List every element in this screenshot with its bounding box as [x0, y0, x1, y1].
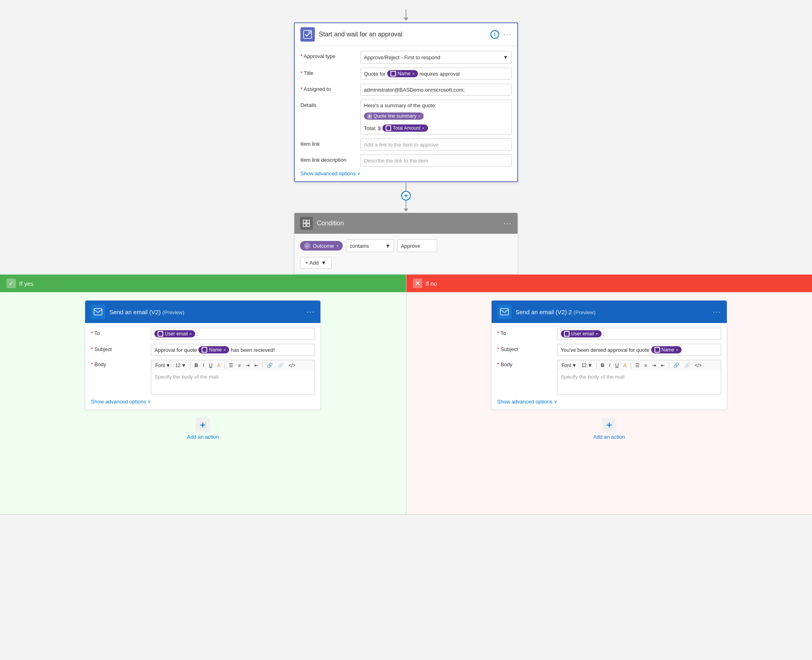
code-button[interactable]: </> [287, 362, 297, 369]
condition-menu-button[interactable]: ··· [504, 219, 512, 228]
ul-button[interactable]: ☰ [227, 362, 235, 369]
no-show-advanced[interactable]: Show advanced options ∨ [497, 399, 721, 405]
no-body-label: Body [497, 360, 553, 367]
no-toolbar-sep-1 [596, 362, 597, 369]
yes-subject-input[interactable]: Approval for quote Name × has been recie… [151, 344, 315, 356]
link-button[interactable]: 🔗 [265, 362, 274, 369]
details-total-token: Total Amount × [382, 124, 428, 132]
email-yes-body: To User email × ; [85, 323, 320, 409]
branch-yes-content: Send an email (V2) (Preview) ··· To [0, 292, 406, 448]
no-body-input[interactable]: Specify the body of the mail [557, 371, 721, 395]
svg-rect-3 [307, 220, 310, 223]
yes-size-select[interactable]: 12 ▼ [174, 362, 188, 369]
no-subject-token-close[interactable]: × [676, 347, 678, 352]
svg-rect-4 [303, 224, 306, 227]
email-no-card: Send an email (V2) 2 (Preview) ··· To [491, 300, 727, 410]
header-actions: i ··· [490, 30, 512, 39]
add-step-button-1[interactable]: + [401, 191, 411, 201]
info-button[interactable]: i [490, 30, 499, 39]
assigned-to-input[interactable]: administrator@BASDemo.onmicrosoft.com; [360, 84, 512, 96]
condition-value-input[interactable]: Approve [397, 239, 437, 252]
condition-add-button[interactable]: + Add ▼ [300, 257, 332, 269]
details-token-close[interactable]: × [418, 114, 420, 118]
italic-button[interactable]: I [201, 362, 206, 369]
yes-add-action[interactable]: Add an action [187, 418, 219, 440]
title-token-close[interactable]: × [412, 71, 414, 76]
email-yes-menu[interactable]: ··· [306, 308, 315, 316]
outdent-button[interactable]: ⇤ [253, 362, 260, 369]
email-yes-card: Send an email (V2) (Preview) ··· To [85, 300, 321, 410]
no-outdent-button[interactable]: ⇤ [659, 362, 666, 369]
no-subject-input[interactable]: You've been denied approval for quote Na… [557, 344, 721, 356]
indent-button[interactable]: ⇥ [244, 362, 251, 369]
title-prefix: Quote for [364, 71, 386, 77]
email-no-body: To User email × ; [492, 323, 727, 409]
ol-button[interactable]: ≡ [236, 362, 242, 369]
item-link-input[interactable]: Add a link to the item to approve [360, 138, 512, 150]
no-add-action[interactable]: Add an action [593, 418, 625, 440]
assigned-to-label: Assigned to [300, 84, 356, 92]
item-link-desc-row: Item link description Describe the link … [300, 154, 512, 167]
yes-to-token-close[interactable]: × [190, 331, 192, 336]
yes-to-input[interactable]: User email × ; [151, 328, 315, 340]
yes-font-select[interactable]: Font ▼ [154, 362, 172, 369]
highlight-button[interactable]: A [216, 362, 222, 369]
no-code-button[interactable]: </> [693, 362, 703, 369]
details-input[interactable]: Here's a summary of the quote: x Quote l… [360, 100, 512, 134]
yes-to-label: To [91, 328, 147, 336]
unlink-button[interactable]: 🔗 [276, 362, 285, 369]
outcome-token-close[interactable]: × [336, 243, 339, 248]
no-size-select[interactable]: 12 ▼ [580, 362, 594, 369]
yes-subject-token: Name × [198, 346, 229, 353]
email-no-menu[interactable]: ··· [713, 308, 721, 316]
no-subject-row: Subject You've been denied approval for … [497, 344, 721, 356]
approval-show-advanced[interactable]: Show advanced options ∨ [300, 171, 512, 177]
yes-show-advanced[interactable]: Show advanced options ∨ [91, 399, 315, 405]
details-quote-token: x Quote line summary × [364, 112, 424, 120]
no-ul-button[interactable]: ☰ [634, 362, 641, 369]
yes-subject-token-close[interactable]: × [224, 347, 226, 352]
details-row: Details Here's a summary of the quote: x… [300, 100, 512, 134]
no-font-select[interactable]: Font ▼ [560, 362, 578, 369]
title-input[interactable]: Quote for Name × requires approval [360, 68, 512, 80]
total-token-close[interactable]: × [422, 126, 424, 130]
no-indent-button[interactable]: ⇥ [650, 362, 658, 369]
condition-operator-select[interactable]: contains ▼ [346, 239, 394, 252]
fx-icon: x [367, 114, 372, 119]
no-bold-button[interactable]: B [599, 362, 606, 369]
approval-menu-button[interactable]: ··· [503, 30, 512, 39]
no-font-arrow: ▼ [572, 363, 577, 368]
size-arrow: ▼ [182, 363, 186, 368]
yes-body-input[interactable]: Specify the body of the mail [151, 371, 315, 395]
yes-body-container: Font ▼ 12 ▼ B I [151, 360, 315, 395]
toolbar-sep-3 [262, 362, 263, 369]
no-unlink-button[interactable]: 🔗 [682, 362, 692, 369]
no-to-input[interactable]: User email × ; [557, 328, 721, 340]
bold-button[interactable]: B [193, 362, 200, 369]
item-link-desc-input[interactable]: Describe the link to the item [360, 154, 512, 167]
yes-advanced-chevron: ∨ [148, 399, 151, 404]
no-to-token-close[interactable]: × [596, 331, 598, 336]
branch-yes: ✓ If yes Send an email (V2) [0, 275, 406, 515]
underline-button[interactable]: U [207, 362, 214, 369]
approval-type-dropdown[interactable]: Approve/Reject - First to respond ▼ [360, 51, 512, 64]
branch-no-label: If no [426, 280, 437, 287]
top-connector [404, 10, 408, 21]
no-ol-button[interactable]: ≡ [643, 362, 649, 369]
no-to-row: To User email × ; [497, 328, 721, 340]
branch-no: ✕ If no Send an email (V2) 2 [406, 275, 812, 515]
no-highlight-button[interactable]: A [622, 362, 628, 369]
outcome-icon: ✓ [304, 243, 310, 249]
no-underline-button[interactable]: U [614, 362, 620, 369]
svg-rect-2 [303, 220, 306, 223]
no-body-toolbar: Font ▼ 12 ▼ B I [557, 360, 721, 371]
no-italic-button[interactable]: I [608, 362, 612, 369]
details-label: Details [300, 100, 356, 108]
item-link-placeholder: Add a link to the item to approve [364, 142, 438, 148]
approval-type-row: Approval type Approve/Reject - First to … [300, 51, 512, 64]
no-toolbar-sep-3 [669, 362, 669, 369]
item-link-desc-placeholder: Describe the link to the item [364, 158, 428, 164]
no-subject-label: Subject [497, 344, 553, 352]
details-token-row: x Quote line summary × [364, 112, 424, 120]
no-link-button[interactable]: 🔗 [672, 362, 681, 369]
